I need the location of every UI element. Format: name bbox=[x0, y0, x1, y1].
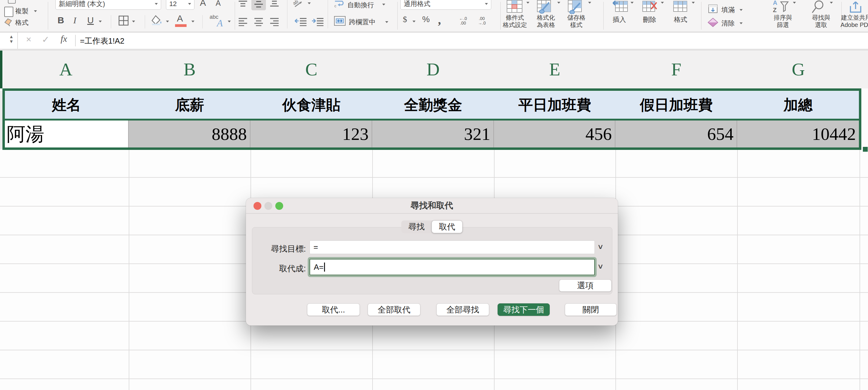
fx-icon[interactable]: fx bbox=[61, 34, 67, 44]
close-button[interactable]: 關閉 bbox=[565, 303, 617, 316]
find-what-input[interactable]: = bbox=[310, 240, 595, 254]
format-painter-icon[interactable] bbox=[4, 18, 13, 27]
fill-handle[interactable] bbox=[862, 146, 868, 153]
sort-filter-icon[interactable]: AZ bbox=[773, 0, 791, 13]
cell-c1[interactable]: 伙食津貼 bbox=[250, 91, 373, 119]
align-bottom-icon[interactable] bbox=[269, 0, 280, 8]
clear-button[interactable]: 清除 bbox=[721, 19, 735, 28]
cell-d1[interactable]: 全勤獎金 bbox=[372, 91, 495, 119]
cell-a2-active[interactable]: 阿湯 bbox=[4, 121, 129, 148]
cell-g2[interactable]: 10442 bbox=[737, 121, 859, 148]
clear-chevron-icon[interactable] bbox=[740, 23, 743, 24]
cell-d2[interactable]: 321 bbox=[372, 121, 494, 148]
orientation-chevron-icon[interactable] bbox=[308, 2, 311, 4]
column-header-f[interactable]: F bbox=[615, 51, 738, 89]
find-select-button[interactable]: 尋找與選取 bbox=[804, 14, 838, 29]
cell-e2[interactable]: 456 bbox=[494, 121, 615, 148]
column-header-g[interactable]: G bbox=[737, 51, 860, 89]
percent-button[interactable]: % bbox=[422, 14, 430, 24]
conditional-formatting-icon[interactable] bbox=[507, 0, 523, 13]
cell-c2[interactable]: 123 bbox=[250, 121, 372, 148]
insert-cells-icon[interactable] bbox=[612, 0, 628, 13]
cell-g1[interactable]: 加總 bbox=[737, 91, 859, 119]
replace-with-input[interactable]: A= bbox=[310, 259, 595, 275]
align-center-icon[interactable] bbox=[253, 17, 264, 26]
merge-center-icon[interactable] bbox=[334, 16, 346, 26]
cell-e1[interactable]: 平日加班費 bbox=[494, 91, 616, 119]
increase-indent-icon[interactable] bbox=[311, 17, 325, 26]
borders-icon[interactable] bbox=[118, 15, 129, 26]
paste-icon[interactable] bbox=[8, 0, 16, 4]
font-color-icon[interactable]: A bbox=[177, 13, 183, 24]
decrease-indent-icon[interactable] bbox=[294, 17, 308, 26]
cell-a1[interactable]: 姓名 bbox=[4, 91, 129, 119]
merge-center-button[interactable]: 跨欄置中 bbox=[349, 18, 376, 27]
name-box-spinner[interactable]: ▲▼ bbox=[9, 34, 13, 44]
cell-b2[interactable]: 8888 bbox=[129, 121, 250, 148]
fill-button[interactable]: 填滿 bbox=[721, 5, 735, 14]
font-name-select[interactable]: 新細明體 (本文) bbox=[55, 0, 161, 10]
conditional-formatting-chevron-icon[interactable] bbox=[526, 2, 529, 4]
copy-icon[interactable] bbox=[4, 7, 13, 17]
copy-chevron-icon[interactable] bbox=[34, 10, 37, 12]
column-header-b[interactable]: B bbox=[129, 51, 251, 89]
cell-styles-chevron-icon[interactable] bbox=[588, 2, 591, 4]
format-as-table-icon[interactable] bbox=[537, 0, 554, 14]
wrap-text-icon[interactable]: c bbox=[334, 0, 344, 8]
cancel-formula-icon[interactable]: × bbox=[26, 34, 31, 44]
font-size-select[interactable]: 12 bbox=[166, 0, 194, 10]
find-history-chevron-icon[interactable]: ˅ bbox=[598, 242, 603, 252]
replace-all-button[interactable]: 全部取代 bbox=[368, 303, 421, 316]
format-cells-chevron-icon[interactable] bbox=[692, 2, 695, 4]
format-as-table-button[interactable]: 格式化為表格 bbox=[528, 14, 563, 29]
increase-decimal-button[interactable]: .00→.0 bbox=[478, 17, 486, 26]
column-header-c[interactable]: C bbox=[250, 51, 373, 89]
confirm-formula-icon[interactable]: ✓ bbox=[42, 34, 50, 45]
delete-cells-button[interactable]: 刪除 bbox=[643, 15, 656, 24]
align-top-icon[interactable] bbox=[238, 0, 248, 8]
adobe-pdf-button[interactable]: 建立並共用Adobe PDF bbox=[837, 14, 868, 29]
underline-button[interactable]: U bbox=[87, 15, 94, 26]
options-button[interactable]: 選項 bbox=[559, 280, 612, 292]
borders-chevron-icon[interactable] bbox=[132, 21, 135, 23]
underline-chevron-icon[interactable] bbox=[99, 21, 102, 23]
clear-formats-chevron-icon[interactable] bbox=[228, 21, 231, 23]
clear-icon[interactable] bbox=[708, 18, 718, 27]
format-painter-button[interactable]: 格式 bbox=[15, 18, 28, 27]
delete-cells-chevron-icon[interactable] bbox=[661, 2, 664, 4]
align-left-icon[interactable] bbox=[238, 17, 248, 26]
sort-filter-chevron-icon[interactable] bbox=[793, 2, 796, 4]
format-cells-icon[interactable] bbox=[673, 0, 689, 13]
wrap-text-button[interactable]: 自動換行 bbox=[347, 1, 374, 10]
currency-button[interactable]: $ bbox=[403, 14, 407, 24]
shrink-font-button[interactable]: A bbox=[216, 0, 221, 7]
find-select-icon[interactable] bbox=[811, 0, 828, 13]
adobe-pdf-icon[interactable] bbox=[848, 1, 863, 14]
copy-button[interactable]: 複製 bbox=[15, 7, 28, 16]
currency-chevron-icon[interactable] bbox=[412, 21, 415, 23]
decrease-decimal-button[interactable]: ←.0.00 bbox=[459, 17, 467, 26]
cell-b1[interactable]: 底薪 bbox=[129, 91, 251, 119]
format-as-table-chevron-icon[interactable] bbox=[557, 2, 560, 4]
wrap-text-chevron-icon[interactable] bbox=[382, 4, 385, 5]
grow-font-button[interactable]: A bbox=[200, 0, 206, 8]
tab-find[interactable]: 尋找 bbox=[401, 221, 432, 233]
sort-filter-button[interactable]: 排序與篩選 bbox=[766, 14, 800, 29]
find-select-chevron-icon[interactable] bbox=[830, 2, 833, 4]
tab-replace[interactable]: 取代 bbox=[432, 221, 462, 233]
find-next-button[interactable]: 尋找下一個 bbox=[498, 303, 550, 316]
cell-styles-button[interactable]: 儲存格樣式 bbox=[560, 14, 593, 29]
align-right-icon[interactable] bbox=[269, 17, 280, 26]
replace-history-chevron-icon[interactable]: ˅ bbox=[598, 262, 603, 271]
italic-button[interactable]: I bbox=[73, 15, 76, 26]
conditional-formatting-button[interactable]: 條件式格式設定 bbox=[497, 14, 533, 29]
insert-cells-button[interactable]: 插入 bbox=[613, 15, 626, 24]
merge-center-chevron-icon[interactable] bbox=[385, 21, 388, 23]
column-header-e[interactable]: E bbox=[494, 51, 616, 89]
fill-color-chevron-icon[interactable] bbox=[166, 21, 169, 23]
find-all-button[interactable]: 全部尋找 bbox=[436, 303, 489, 316]
fill-down-icon[interactable] bbox=[708, 4, 718, 14]
replace-button[interactable]: 取代... bbox=[307, 303, 360, 316]
orientation-icon[interactable]: ab bbox=[293, 0, 305, 8]
insert-cells-chevron-icon[interactable] bbox=[630, 2, 633, 4]
